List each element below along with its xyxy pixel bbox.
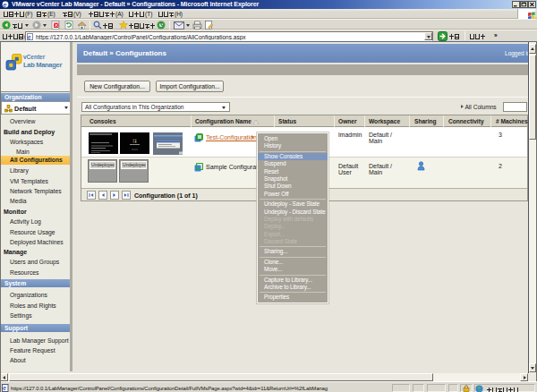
svg-text:e: e	[3, 1, 6, 8]
svg-text:e: e	[3, 385, 6, 391]
svg-text:e: e	[28, 34, 31, 40]
